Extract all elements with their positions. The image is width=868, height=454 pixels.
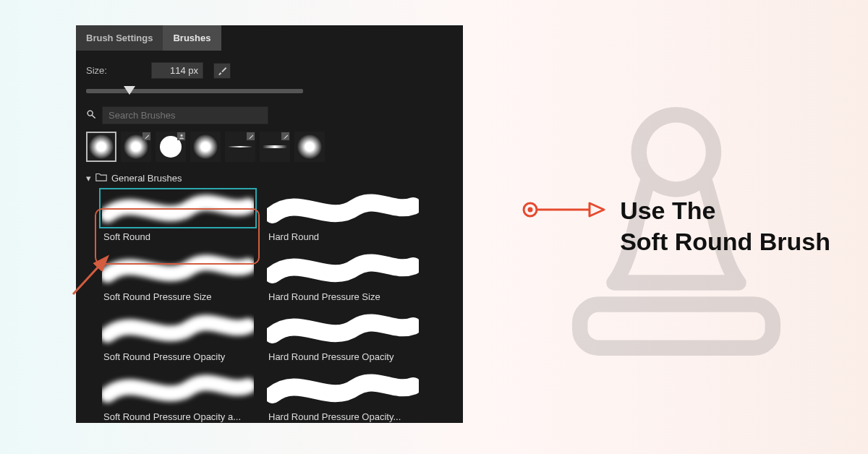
recent-brush-thumb[interactable] (260, 132, 290, 162)
brush-stroke-preview (264, 248, 422, 288)
size-slider-handle[interactable] (124, 86, 135, 95)
instruction-line-1: Use The (620, 195, 830, 226)
folder-icon (95, 172, 107, 184)
brush-preset[interactable]: Soft Round (99, 188, 257, 244)
panel-tabs: Brush Settings Brushes (76, 25, 463, 51)
brush-stroke-preview (264, 368, 422, 408)
pointer-arrow-icon (520, 195, 607, 224)
brush-preset-label: Soft Round (99, 228, 257, 244)
recent-brush-thumb[interactable] (225, 132, 255, 162)
recent-brush-thumb[interactable] (156, 132, 186, 162)
brushes-panel: Brush Settings Brushes Size: 114 px (76, 25, 463, 423)
svg-point-1 (88, 111, 93, 116)
brush-preset-label: Soft Round Pressure Opacity a... (99, 408, 257, 424)
brush-preset-label: Hard Round Pressure Opacity (264, 348, 422, 364)
brush-stroke-preview (264, 308, 422, 348)
instruction-line-2: Soft Round Brush (620, 226, 830, 257)
recent-brush-thumb[interactable] (294, 132, 325, 162)
brush-stroke-preview (264, 188, 422, 228)
chevron-down-icon: ▾ (86, 173, 91, 184)
size-value-field[interactable]: 114 px (151, 62, 203, 79)
brush-icon (217, 66, 227, 76)
brush-preview-toggle-button[interactable] (213, 63, 231, 79)
person-icon (177, 132, 185, 140)
brush-preset[interactable]: Hard Round (264, 188, 422, 244)
brush-preset[interactable]: Hard Round Pressure Opacity (264, 308, 422, 364)
brush-preset-label: Soft Round Pressure Opacity (99, 348, 257, 364)
svg-point-3 (180, 134, 182, 136)
brush-group-header[interactable]: ▾ General Brushes (86, 172, 453, 184)
svg-point-6 (528, 207, 533, 213)
brush-preset[interactable]: Soft Round Pressure Size (99, 248, 257, 304)
svg-rect-0 (580, 304, 773, 348)
brush-stroke-preview (99, 188, 257, 228)
brush-stroke-preview (99, 308, 257, 348)
brush-stroke-preview (99, 248, 257, 288)
brush-preset-label: Hard Round Pressure Size (264, 288, 422, 304)
brush-preset[interactable]: Hard Round Pressure Opacity... (264, 368, 422, 424)
brush-preset[interactable]: Soft Round Pressure Opacity (99, 308, 257, 364)
brush-preset[interactable]: Hard Round Pressure Size (264, 248, 422, 304)
recent-brush-thumb[interactable] (121, 132, 151, 162)
recent-brush-thumb[interactable] (190, 132, 221, 162)
tab-brush-settings[interactable]: Brush Settings (76, 25, 163, 51)
tab-brushes[interactable]: Brushes (163, 25, 221, 51)
search-input[interactable] (102, 106, 268, 124)
svg-line-2 (92, 115, 95, 118)
recent-brush-thumb[interactable] (86, 132, 116, 162)
brush-preset-label: Hard Round (264, 228, 422, 244)
brush-preset-label: Hard Round Pressure Opacity... (264, 408, 422, 424)
brush-preset-label: Soft Round Pressure Size (99, 288, 257, 304)
pencil-icon (142, 132, 150, 140)
size-label: Size: (86, 65, 151, 76)
instruction-callout: Use The Soft Round Brush (520, 195, 830, 257)
pencil-icon (247, 132, 255, 140)
recent-brushes-row (86, 132, 453, 162)
brush-group-name: General Brushes (111, 173, 182, 184)
brush-stroke-preview (99, 368, 257, 408)
brush-preset[interactable]: Soft Round Pressure Opacity a... (99, 368, 257, 424)
pencil-icon (281, 132, 289, 140)
size-slider[interactable] (86, 89, 303, 93)
search-icon (86, 109, 96, 121)
brush-grid: Soft RoundHard RoundSoft Round Pressure … (99, 188, 453, 424)
